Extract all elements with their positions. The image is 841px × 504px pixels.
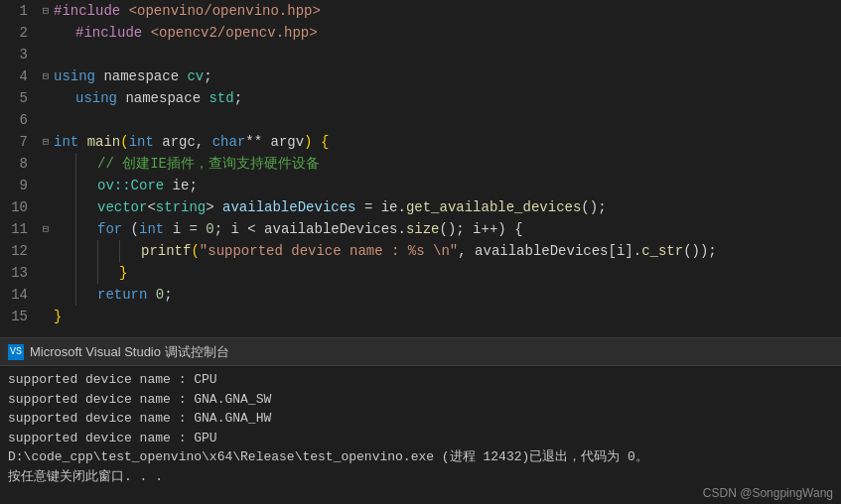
token: } [54, 309, 62, 324]
token: ; i < availableDevices. [214, 221, 406, 237]
indent-guide [54, 175, 75, 196]
code-content: return 0; [97, 284, 841, 306]
terminal-line: supported device name : GNA.GNA_HW [8, 409, 833, 429]
line-number: 1 [0, 0, 38, 22]
terminal-line: D:\code_cpp\test_openvino\x64\Release\te… [8, 447, 833, 467]
token: ) { [304, 134, 329, 150]
token: return [97, 287, 147, 303]
token: (); [581, 199, 606, 215]
indent-guide [54, 240, 75, 262]
code-line: 14 return 0; [0, 284, 841, 306]
token [147, 287, 155, 303]
indent-guide [54, 87, 75, 109]
token: for [97, 221, 122, 237]
code-content: using namespace std; [75, 87, 841, 109]
indent-guide [75, 175, 97, 196]
token: > [206, 199, 222, 215]
line-number: 3 [0, 44, 38, 65]
token: main [87, 134, 121, 150]
terminal-line: supported device name : CPU [8, 370, 833, 390]
code-line: 15 } [0, 306, 841, 327]
line-number: 10 [0, 196, 38, 218]
code-content: ov::Core ie; [97, 175, 841, 196]
code-line: 13 } [0, 262, 841, 284]
indent-guide [97, 262, 119, 284]
code-content: #include <opencv2/opencv.hpp> [75, 22, 841, 44]
token: ; [204, 68, 211, 84]
code-line: 1⊟#include <openvino/openvino.hpp> [0, 0, 841, 22]
token: #include [75, 25, 151, 41]
line-number: 5 [0, 87, 38, 109]
code-line: 5 using namespace std; [0, 87, 841, 109]
token: argc, [154, 134, 212, 150]
line-number: 7 [0, 131, 38, 153]
token: (); i++) { [440, 221, 523, 237]
token: namespace [117, 90, 209, 106]
indent-guide [54, 153, 75, 175]
token: using [54, 68, 95, 84]
token: namespace [95, 68, 187, 84]
token: < [147, 199, 155, 215]
token: printf [141, 243, 191, 259]
token: ie; [164, 178, 198, 193]
token: i = [164, 221, 206, 237]
line-number: 15 [0, 306, 38, 327]
indent-guide [75, 240, 97, 262]
code-content: vector<string> availableDevices = ie.get… [97, 196, 841, 218]
line-number: 14 [0, 284, 38, 306]
terminal-title: Microsoft Visual Studio 调试控制台 [30, 343, 229, 361]
token: vector [97, 199, 147, 215]
indent-guide [75, 196, 97, 218]
indent-guide [75, 153, 97, 175]
code-content: // 创建IE插件，查询支持硬件设备 [97, 153, 841, 175]
code-editor: 1⊟#include <openvino/openvino.hpp>2 #inc… [0, 0, 841, 337]
token: int [54, 134, 78, 150]
fold-icon: ⊟ [38, 218, 54, 240]
code-content: #include <openvino/openvino.hpp> [54, 0, 841, 22]
code-line: 9 ov::Core ie; [0, 175, 841, 196]
fold-icon: ⊟ [38, 65, 54, 87]
token: ; [164, 287, 172, 303]
code-line: 10 vector<string> availableDevices = ie.… [0, 196, 841, 218]
token: size [406, 221, 440, 237]
indent-guide [97, 240, 119, 262]
indent-guide [54, 262, 75, 284]
terminal-line: supported device name : GNA.GNA_SW [8, 390, 833, 410]
code-line: 11⊟for (int i = 0; i < availableDevices.… [0, 218, 841, 240]
token: int [129, 134, 154, 150]
line-number: 4 [0, 65, 38, 87]
token: cv [187, 68, 204, 84]
token: ( [120, 134, 128, 150]
code-content: printf("supported device name : %s \n", … [141, 240, 841, 262]
code-content: int main(int argc, char** argv) { [54, 131, 841, 153]
token: availableDevices [222, 199, 355, 215]
line-number: 9 [0, 175, 38, 196]
token: char [212, 134, 246, 150]
token: #include [54, 3, 129, 19]
line-number: 12 [0, 240, 38, 262]
token: <opencv2/opencv.hpp> [151, 25, 318, 41]
terminal-content: supported device name : CPUsupported dev… [0, 366, 841, 504]
vs-icon: VS [8, 344, 24, 360]
watermark: CSDN @SongpingWang [703, 486, 833, 500]
token: // 创建IE插件，查询支持硬件设备 [97, 156, 320, 172]
token: ; [234, 90, 242, 106]
token: get_available_devices [406, 199, 581, 215]
token: "supported device name : %s \n" [200, 243, 458, 259]
token: , availableDevices[i]. [458, 243, 641, 259]
terminal-line: 按任意键关闭此窗口. . . [8, 467, 833, 487]
token: ()); [683, 243, 717, 259]
token: string [156, 199, 206, 215]
token: std [209, 90, 233, 106]
token: 0 [206, 221, 213, 237]
code-content: } [54, 306, 841, 327]
terminal-panel: VS Microsoft Visual Studio 调试控制台 support… [0, 337, 841, 504]
code-line: 4⊟using namespace cv; [0, 65, 841, 87]
code-lines: 1⊟#include <openvino/openvino.hpp>2 #inc… [0, 0, 841, 337]
indent-guide [54, 22, 75, 44]
token: = ie. [355, 199, 405, 215]
line-number: 6 [0, 109, 38, 131]
fold-icon: ⊟ [38, 0, 54, 22]
code-line: 6 [0, 109, 841, 131]
indent-guide [75, 262, 97, 284]
